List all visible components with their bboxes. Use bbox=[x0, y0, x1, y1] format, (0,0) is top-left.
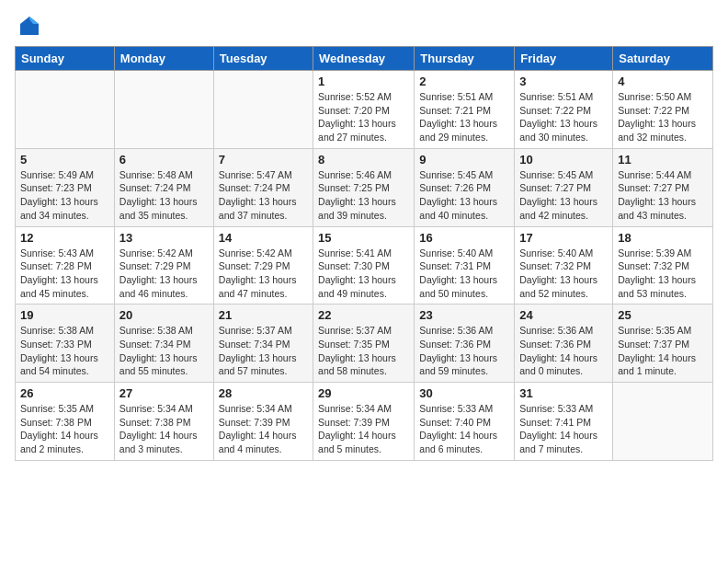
day-info: Sunrise: 5:46 AM Sunset: 7:25 PM Dayligh… bbox=[318, 168, 409, 223]
calendar-cell bbox=[16, 71, 115, 149]
weekday-header-sunday: Sunday bbox=[16, 47, 115, 71]
day-info: Sunrise: 5:36 AM Sunset: 7:36 PM Dayligh… bbox=[419, 324, 509, 378]
day-number: 16 bbox=[419, 231, 509, 245]
calendar-cell: 4Sunrise: 5:50 AM Sunset: 7:22 PM Daylig… bbox=[613, 71, 713, 149]
calendar-cell: 25Sunrise: 5:35 AM Sunset: 7:37 PM Dayli… bbox=[613, 304, 713, 383]
day-info: Sunrise: 5:34 AM Sunset: 7:39 PM Dayligh… bbox=[318, 402, 409, 456]
day-number: 2 bbox=[419, 75, 509, 88]
calendar-cell: 3Sunrise: 5:51 AM Sunset: 7:22 PM Daylig… bbox=[515, 71, 613, 149]
calendar-cell: 27Sunrise: 5:34 AM Sunset: 7:38 PM Dayli… bbox=[114, 383, 213, 461]
calendar-week-row: 19Sunrise: 5:38 AM Sunset: 7:33 PM Dayli… bbox=[16, 304, 713, 383]
day-info: Sunrise: 5:35 AM Sunset: 7:38 PM Dayligh… bbox=[20, 402, 109, 456]
day-number: 4 bbox=[618, 75, 708, 88]
day-number: 3 bbox=[519, 75, 608, 88]
day-info: Sunrise: 5:34 AM Sunset: 7:39 PM Dayligh… bbox=[219, 402, 308, 456]
calendar-cell bbox=[613, 383, 713, 461]
day-info: Sunrise: 5:50 AM Sunset: 7:22 PM Dayligh… bbox=[618, 90, 708, 144]
day-info: Sunrise: 5:42 AM Sunset: 7:29 PM Dayligh… bbox=[219, 247, 308, 301]
day-info: Sunrise: 5:41 AM Sunset: 7:30 PM Dayligh… bbox=[318, 247, 409, 301]
calendar-cell: 17Sunrise: 5:40 AM Sunset: 7:32 PM Dayli… bbox=[515, 226, 613, 304]
calendar-week-row: 26Sunrise: 5:35 AM Sunset: 7:38 PM Dayli… bbox=[16, 383, 713, 461]
weekday-header-thursday: Thursday bbox=[415, 47, 515, 71]
calendar-cell: 1Sunrise: 5:52 AM Sunset: 7:20 PM Daylig… bbox=[313, 71, 415, 149]
day-info: Sunrise: 5:39 AM Sunset: 7:32 PM Dayligh… bbox=[618, 247, 708, 301]
day-number: 10 bbox=[519, 153, 608, 167]
day-info: Sunrise: 5:37 AM Sunset: 7:34 PM Dayligh… bbox=[219, 324, 308, 378]
logo bbox=[15, 15, 40, 37]
day-number: 1 bbox=[318, 75, 409, 88]
calendar-week-row: 5Sunrise: 5:49 AM Sunset: 7:23 PM Daylig… bbox=[16, 148, 713, 226]
day-info: Sunrise: 5:34 AM Sunset: 7:38 PM Dayligh… bbox=[119, 402, 209, 456]
calendar-cell: 10Sunrise: 5:45 AM Sunset: 7:27 PM Dayli… bbox=[515, 148, 613, 226]
calendar-cell: 11Sunrise: 5:44 AM Sunset: 7:27 PM Dayli… bbox=[613, 148, 713, 226]
day-info: Sunrise: 5:45 AM Sunset: 7:27 PM Dayligh… bbox=[519, 168, 608, 223]
day-info: Sunrise: 5:36 AM Sunset: 7:36 PM Dayligh… bbox=[519, 324, 608, 378]
logo-icon bbox=[18, 15, 40, 37]
page-header bbox=[15, 15, 713, 37]
day-number: 13 bbox=[119, 231, 209, 245]
calendar-cell: 13Sunrise: 5:42 AM Sunset: 7:29 PM Dayli… bbox=[114, 226, 213, 304]
calendar-cell: 22Sunrise: 5:37 AM Sunset: 7:35 PM Dayli… bbox=[313, 304, 415, 383]
calendar-table: SundayMondayTuesdayWednesdayThursdayFrid… bbox=[15, 46, 713, 461]
day-number: 18 bbox=[618, 231, 708, 245]
calendar-cell: 6Sunrise: 5:48 AM Sunset: 7:24 PM Daylig… bbox=[114, 148, 213, 226]
calendar-cell: 21Sunrise: 5:37 AM Sunset: 7:34 PM Dayli… bbox=[213, 304, 313, 383]
calendar-cell: 12Sunrise: 5:43 AM Sunset: 7:28 PM Dayli… bbox=[16, 226, 115, 304]
day-info: Sunrise: 5:40 AM Sunset: 7:32 PM Dayligh… bbox=[519, 247, 608, 301]
calendar-cell: 15Sunrise: 5:41 AM Sunset: 7:30 PM Dayli… bbox=[313, 226, 415, 304]
day-number: 15 bbox=[318, 231, 409, 245]
day-info: Sunrise: 5:43 AM Sunset: 7:28 PM Dayligh… bbox=[20, 247, 109, 301]
day-number: 25 bbox=[618, 308, 708, 322]
day-number: 23 bbox=[419, 308, 509, 322]
day-number: 12 bbox=[20, 231, 109, 245]
day-info: Sunrise: 5:49 AM Sunset: 7:23 PM Dayligh… bbox=[20, 168, 109, 223]
calendar-cell: 2Sunrise: 5:51 AM Sunset: 7:21 PM Daylig… bbox=[415, 71, 515, 149]
day-number: 14 bbox=[219, 231, 308, 245]
day-info: Sunrise: 5:47 AM Sunset: 7:24 PM Dayligh… bbox=[219, 168, 308, 223]
day-info: Sunrise: 5:40 AM Sunset: 7:31 PM Dayligh… bbox=[419, 247, 509, 301]
calendar-cell: 31Sunrise: 5:33 AM Sunset: 7:41 PM Dayli… bbox=[515, 383, 613, 461]
calendar-cell: 29Sunrise: 5:34 AM Sunset: 7:39 PM Dayli… bbox=[313, 383, 415, 461]
calendar-cell: 28Sunrise: 5:34 AM Sunset: 7:39 PM Dayli… bbox=[213, 383, 313, 461]
day-number: 6 bbox=[119, 153, 209, 167]
day-number: 30 bbox=[419, 386, 509, 400]
weekday-header-tuesday: Tuesday bbox=[213, 47, 313, 71]
day-info: Sunrise: 5:44 AM Sunset: 7:27 PM Dayligh… bbox=[618, 168, 708, 223]
day-info: Sunrise: 5:38 AM Sunset: 7:33 PM Dayligh… bbox=[20, 324, 109, 378]
day-info: Sunrise: 5:37 AM Sunset: 7:35 PM Dayligh… bbox=[318, 324, 409, 378]
day-info: Sunrise: 5:35 AM Sunset: 7:37 PM Dayligh… bbox=[618, 324, 708, 378]
day-info: Sunrise: 5:51 AM Sunset: 7:21 PM Dayligh… bbox=[419, 90, 509, 144]
calendar-cell: 7Sunrise: 5:47 AM Sunset: 7:24 PM Daylig… bbox=[213, 148, 313, 226]
day-number: 17 bbox=[519, 231, 608, 245]
weekday-header-saturday: Saturday bbox=[613, 47, 713, 71]
calendar-week-row: 12Sunrise: 5:43 AM Sunset: 7:28 PM Dayli… bbox=[16, 226, 713, 304]
day-info: Sunrise: 5:33 AM Sunset: 7:40 PM Dayligh… bbox=[419, 402, 509, 456]
calendar-cell: 20Sunrise: 5:38 AM Sunset: 7:34 PM Dayli… bbox=[114, 304, 213, 383]
day-number: 11 bbox=[618, 153, 708, 167]
calendar-cell: 26Sunrise: 5:35 AM Sunset: 7:38 PM Dayli… bbox=[16, 383, 115, 461]
day-info: Sunrise: 5:42 AM Sunset: 7:29 PM Dayligh… bbox=[119, 247, 209, 301]
day-info: Sunrise: 5:48 AM Sunset: 7:24 PM Dayligh… bbox=[119, 168, 209, 223]
weekday-header-wednesday: Wednesday bbox=[313, 47, 415, 71]
calendar-cell: 30Sunrise: 5:33 AM Sunset: 7:40 PM Dayli… bbox=[415, 383, 515, 461]
calendar-cell: 18Sunrise: 5:39 AM Sunset: 7:32 PM Dayli… bbox=[613, 226, 713, 304]
calendar-cell: 16Sunrise: 5:40 AM Sunset: 7:31 PM Dayli… bbox=[415, 226, 515, 304]
calendar-cell: 23Sunrise: 5:36 AM Sunset: 7:36 PM Dayli… bbox=[415, 304, 515, 383]
day-info: Sunrise: 5:33 AM Sunset: 7:41 PM Dayligh… bbox=[519, 402, 608, 456]
day-number: 29 bbox=[318, 386, 409, 400]
day-number: 9 bbox=[419, 153, 509, 167]
day-number: 8 bbox=[318, 153, 409, 167]
calendar-cell: 14Sunrise: 5:42 AM Sunset: 7:29 PM Dayli… bbox=[213, 226, 313, 304]
day-number: 19 bbox=[20, 308, 109, 322]
day-number: 26 bbox=[20, 386, 109, 400]
calendar-cell: 19Sunrise: 5:38 AM Sunset: 7:33 PM Dayli… bbox=[16, 304, 115, 383]
day-number: 24 bbox=[519, 308, 608, 322]
day-number: 28 bbox=[219, 386, 308, 400]
day-info: Sunrise: 5:52 AM Sunset: 7:20 PM Dayligh… bbox=[318, 90, 409, 144]
calendar-header-row: SundayMondayTuesdayWednesdayThursdayFrid… bbox=[16, 47, 713, 71]
calendar-cell: 24Sunrise: 5:36 AM Sunset: 7:36 PM Dayli… bbox=[515, 304, 613, 383]
calendar-cell bbox=[114, 71, 213, 149]
day-info: Sunrise: 5:38 AM Sunset: 7:34 PM Dayligh… bbox=[119, 324, 209, 378]
day-number: 22 bbox=[318, 308, 409, 322]
weekday-header-friday: Friday bbox=[515, 47, 613, 71]
